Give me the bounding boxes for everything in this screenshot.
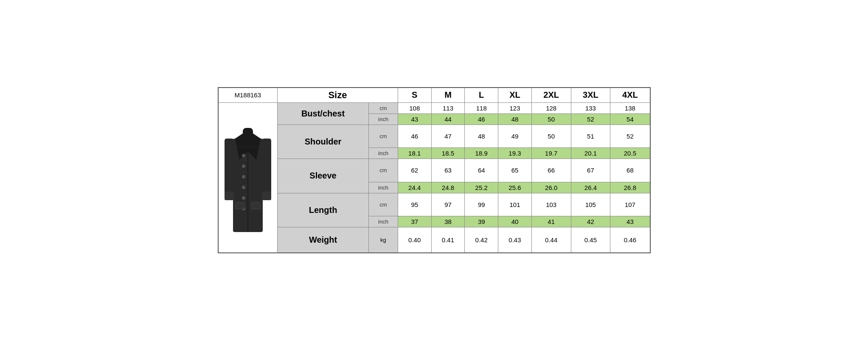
svg-point-11 bbox=[242, 186, 245, 189]
sleeve-inch-xl: 25.6 bbox=[498, 182, 532, 193]
length-inch-3xl: 42 bbox=[571, 216, 610, 227]
sleeve-inch-4xl: 26.8 bbox=[610, 182, 650, 193]
svg-rect-7 bbox=[262, 192, 271, 200]
sleeve-cm-2xl: 66 bbox=[531, 159, 571, 182]
length-cm-s: 95 bbox=[398, 193, 431, 216]
sleeve-cm-s: 62 bbox=[398, 159, 431, 182]
shoulder-inch-m: 18.5 bbox=[431, 148, 465, 159]
sleeve-inch-l: 25.2 bbox=[465, 182, 498, 193]
table-row: Weight kg 0.40 0.41 0.42 0.43 0.44 0.45 … bbox=[218, 227, 650, 253]
size-chart-table: M188163 Size S M L XL 2XL 3XL 4XL bbox=[218, 87, 651, 253]
sleeve-cm-l: 64 bbox=[465, 159, 498, 182]
svg-point-12 bbox=[242, 196, 245, 200]
size-m: M bbox=[431, 88, 465, 103]
shoulder-cm-3xl: 51 bbox=[571, 125, 610, 148]
bust-cm-3xl: 133 bbox=[571, 102, 610, 113]
length-inch-m: 38 bbox=[431, 216, 465, 227]
shoulder-cm-unit: cm bbox=[369, 125, 398, 148]
weight-unit: kg bbox=[369, 227, 398, 253]
product-id: M188163 bbox=[218, 88, 278, 103]
table-row: Shoulder cm 46 47 48 49 50 51 52 bbox=[218, 125, 650, 148]
size-l: L bbox=[465, 88, 498, 103]
weight-s: 0.40 bbox=[398, 227, 431, 253]
shoulder-cm-m: 47 bbox=[431, 125, 465, 148]
shoulder-cm-4xl: 52 bbox=[610, 125, 650, 148]
shoulder-inch-2xl: 19.7 bbox=[531, 148, 571, 159]
length-cm-xl: 101 bbox=[498, 193, 532, 216]
length-inch-xl: 40 bbox=[498, 216, 532, 227]
length-inch-4xl: 43 bbox=[610, 216, 650, 227]
sleeve-inch-m: 24.8 bbox=[431, 182, 465, 193]
bust-inch-xl: 48 bbox=[498, 113, 532, 125]
sleeve-inch-unit: inch bbox=[369, 182, 398, 193]
shoulder-inch-l: 18.9 bbox=[465, 148, 498, 159]
svg-rect-5 bbox=[262, 139, 271, 194]
product-image-cell bbox=[218, 102, 278, 253]
shoulder-inch-xl: 19.3 bbox=[498, 148, 532, 159]
svg-rect-16 bbox=[251, 202, 261, 209]
sleeve-inch-2xl: 26.0 bbox=[531, 182, 571, 193]
bust-inch-3xl: 52 bbox=[571, 113, 610, 125]
shoulder-cm-s: 46 bbox=[398, 125, 431, 148]
shoulder-inch-s: 18.1 bbox=[398, 148, 431, 159]
sleeve-cm-4xl: 68 bbox=[610, 159, 650, 182]
sleeve-label: Sleeve bbox=[278, 159, 369, 193]
weight-4xl: 0.46 bbox=[610, 227, 650, 253]
bust-cm-s: 108 bbox=[398, 102, 431, 113]
length-label: Length bbox=[278, 193, 369, 227]
bust-cm-2xl: 128 bbox=[531, 102, 571, 113]
bust-cm-unit: cm bbox=[369, 102, 398, 113]
sleeve-cm-unit: cm bbox=[369, 159, 398, 182]
length-inch-s: 37 bbox=[398, 216, 431, 227]
shoulder-inch-3xl: 20.1 bbox=[571, 148, 610, 159]
bust-inch-l: 46 bbox=[465, 113, 498, 125]
size-xl: XL bbox=[498, 88, 532, 103]
bust-inch-m: 44 bbox=[431, 113, 465, 125]
sleeve-inch-s: 24.4 bbox=[398, 182, 431, 193]
svg-point-10 bbox=[242, 175, 245, 178]
length-cm-m: 97 bbox=[431, 193, 465, 216]
size-chart-wrapper: M188163 Size S M L XL 2XL 3XL 4XL bbox=[218, 87, 651, 253]
weight-3xl: 0.45 bbox=[571, 227, 610, 253]
shoulder-cm-xl: 49 bbox=[498, 125, 532, 148]
length-cm-unit: cm bbox=[369, 193, 398, 216]
weight-xl: 0.43 bbox=[498, 227, 532, 253]
table-row: Sleeve cm 62 63 64 65 66 67 68 bbox=[218, 159, 650, 182]
svg-rect-21 bbox=[243, 128, 253, 141]
length-cm-l: 99 bbox=[465, 193, 498, 216]
weight-l: 0.42 bbox=[465, 227, 498, 253]
svg-point-9 bbox=[242, 164, 245, 168]
svg-rect-6 bbox=[225, 192, 234, 200]
bust-inch-4xl: 54 bbox=[610, 113, 650, 125]
bust-inch-s: 43 bbox=[398, 113, 431, 125]
weight-m: 0.41 bbox=[431, 227, 465, 253]
weight-2xl: 0.44 bbox=[531, 227, 571, 253]
size-3xl: 3XL bbox=[571, 88, 610, 103]
shoulder-inch-4xl: 20.5 bbox=[610, 148, 650, 159]
table-row: Bust/chest cm 108 113 118 123 128 133 13… bbox=[218, 102, 650, 113]
bust-inch-2xl: 50 bbox=[531, 113, 571, 125]
svg-point-8 bbox=[242, 154, 245, 157]
shoulder-cm-l: 48 bbox=[465, 125, 498, 148]
bust-cm-4xl: 138 bbox=[610, 102, 650, 113]
bust-cm-l: 118 bbox=[465, 102, 498, 113]
length-inch-2xl: 41 bbox=[531, 216, 571, 227]
length-inch-l: 39 bbox=[465, 216, 498, 227]
length-cm-4xl: 107 bbox=[610, 193, 650, 216]
length-cm-3xl: 105 bbox=[571, 193, 610, 216]
length-cm-2xl: 103 bbox=[531, 193, 571, 216]
size-s: S bbox=[398, 88, 431, 103]
bust-cm-m: 113 bbox=[431, 102, 465, 113]
size-2xl: 2XL bbox=[531, 88, 571, 103]
table-row: Length cm 95 97 99 101 103 105 107 bbox=[218, 193, 650, 216]
shoulder-cm-2xl: 50 bbox=[531, 125, 571, 148]
bust-inch-unit: inch bbox=[369, 113, 398, 125]
length-inch-unit: inch bbox=[369, 216, 398, 227]
sleeve-cm-m: 63 bbox=[431, 159, 465, 182]
svg-rect-4 bbox=[225, 139, 234, 194]
bust-cm-xl: 123 bbox=[498, 102, 532, 113]
svg-rect-15 bbox=[235, 202, 244, 209]
shoulder-label: Shoulder bbox=[278, 125, 369, 159]
shoulder-inch-unit: inch bbox=[369, 148, 398, 159]
bust-label: Bust/chest bbox=[278, 102, 369, 125]
